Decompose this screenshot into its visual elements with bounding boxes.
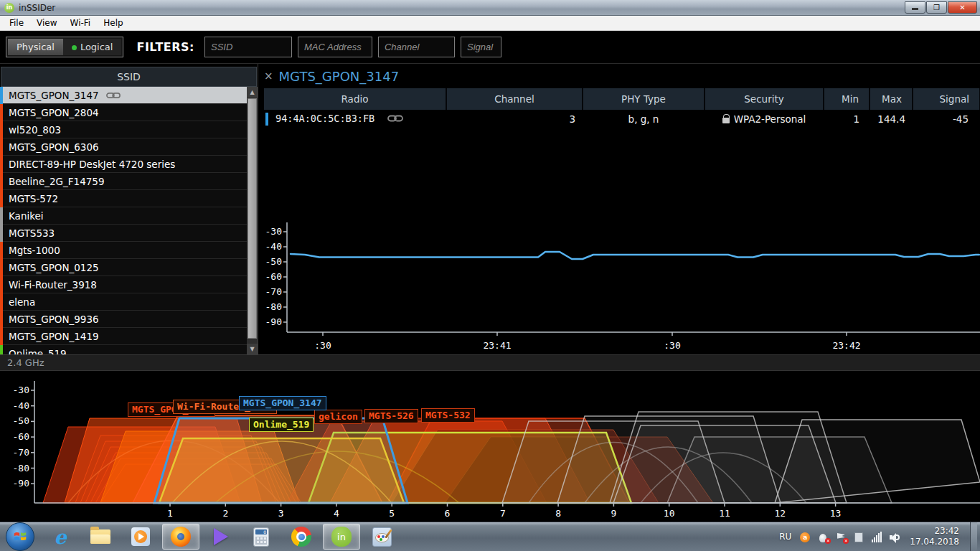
col-max[interactable]: Max — [870, 88, 913, 110]
ssid-row[interactable]: Kanikei — [0, 207, 247, 225]
ssid-row[interactable]: MGTS_GPON_9936 — [0, 311, 247, 328]
taskbar-kmplayer[interactable] — [202, 524, 240, 550]
network-name: MGTS_GPON_1419 — [9, 331, 99, 342]
col-channel[interactable]: Channel — [446, 88, 583, 110]
ssid-row[interactable]: MGTS_GPON_6306 — [0, 138, 247, 156]
volume-icon[interactable] — [889, 531, 900, 542]
firefox-icon — [171, 527, 191, 547]
network-name: MGTS_GPON_0125 — [9, 262, 99, 273]
list-scrollbar[interactable]: ▲ ▼ — [247, 87, 258, 354]
menu-view[interactable]: View — [30, 17, 63, 29]
start-button[interactable] — [6, 522, 34, 551]
col-security[interactable]: Security — [705, 88, 824, 110]
kmplayer-icon — [214, 528, 228, 545]
ssid-row[interactable]: wl520_803 — [0, 121, 247, 138]
ssid-row[interactable]: MGTS_GPON_0125 — [0, 259, 247, 276]
ssid-filter-input[interactable] — [204, 37, 292, 57]
ssid-row[interactable]: elena — [0, 293, 247, 311]
channel-network-label[interactable]: MGTS-532 — [421, 408, 475, 423]
svg-text:3: 3 — [278, 508, 284, 519]
title-bar[interactable]: in inSSIDer ❐ ✕ — [0, 0, 980, 16]
language-indicator[interactable]: RU — [779, 532, 791, 542]
green-dot-icon — [72, 45, 77, 50]
action-center-flag-icon[interactable]: ✕ — [835, 531, 847, 542]
channel-filter-input[interactable] — [378, 37, 455, 57]
channel-network-label[interactable]: MGTS_GPON_3147 — [239, 396, 326, 410]
scroll-down-icon[interactable]: ▼ — [247, 344, 258, 354]
ssid-row[interactable]: Beeline_2G_F14759 — [0, 173, 247, 190]
clipboard-tray-icon[interactable] — [853, 531, 864, 542]
network-color-bar — [0, 190, 3, 207]
mac-filter-input[interactable] — [298, 37, 372, 57]
network-color-bar — [0, 293, 3, 311]
svg-text:6: 6 — [445, 508, 451, 519]
network-color-bar — [0, 207, 3, 225]
network-color-bar — [0, 328, 3, 345]
taskbar-media-player[interactable] — [122, 524, 159, 550]
svg-text:5: 5 — [389, 508, 395, 519]
detail-close-icon[interactable]: × — [264, 70, 273, 83]
network-signal-icon[interactable] — [871, 531, 882, 542]
scroll-up-icon[interactable]: ▲ — [247, 87, 258, 98]
ssid-row[interactable]: MGTS_GPON_1419 — [0, 328, 247, 345]
toggle-logical[interactable]: Logical — [63, 39, 122, 55]
network-name: wl520_803 — [9, 124, 61, 136]
svg-text:-70: -70 — [13, 447, 29, 458]
ssid-row[interactable]: DIRECT-89-HP DeskJet 4720 series — [0, 156, 247, 173]
col-min[interactable]: Min — [824, 88, 870, 110]
paint-icon — [372, 527, 392, 547]
restore-button[interactable]: ❐ — [926, 1, 947, 14]
close-button[interactable]: ✕ — [948, 1, 977, 14]
svg-text:4: 4 — [334, 508, 339, 519]
col-signal[interactable]: Signal — [913, 88, 980, 110]
menu-file[interactable]: File — [3, 17, 30, 29]
svg-text:8: 8 — [555, 508, 561, 519]
ssid-row[interactable]: MGTS_GPON_2804 — [0, 104, 247, 121]
toggle-physical[interactable]: Physical — [8, 39, 63, 55]
svg-text:7: 7 — [500, 508, 506, 519]
table-row[interactable]: 94:4A:0C:5C:B3:FB 3 b, g, n WPA2-Persona… — [264, 110, 980, 128]
bulb-tray-icon[interactable]: ✕ — [817, 531, 829, 542]
avast-tray-icon[interactable]: a — [799, 531, 811, 542]
scrollbar-thumb[interactable] — [248, 98, 257, 339]
cell-min: 1 — [824, 110, 870, 128]
folder-icon — [90, 529, 110, 544]
ssid-row[interactable]: Mgts-1000 — [0, 242, 247, 259]
taskbar-internet-explorer[interactable]: e — [42, 524, 79, 550]
ssid-row[interactable]: Wi-Fi-Router_3918 — [0, 276, 247, 293]
svg-text:11: 11 — [719, 508, 730, 519]
taskbar-inssider[interactable]: in — [323, 524, 360, 550]
network-color-bar — [0, 121, 3, 138]
taskbar-calculator[interactable]: 0 — [242, 524, 280, 550]
channel-network-label[interactable]: Onlime_519 — [249, 418, 314, 432]
clock[interactable]: 23:42 17.04.2018 — [910, 526, 959, 547]
network-table: Radio Channel PHY Type Security Min Max … — [264, 88, 980, 128]
system-tray: RU a ✕ ✕ 23:42 17.04.2018 — [779, 522, 980, 551]
col-phy[interactable]: PHY Type — [583, 88, 705, 110]
network-name: MGTS_GPON_6306 — [9, 141, 99, 153]
ssid-row[interactable]: MGTS-572 — [0, 190, 247, 207]
network-name: Onlime_519 — [9, 348, 67, 355]
menu-help[interactable]: Help — [97, 17, 129, 29]
taskbar-chrome[interactable] — [283, 524, 320, 550]
ssid-list-header[interactable]: SSID — [1, 67, 257, 87]
signal-filter-input[interactable] — [461, 37, 501, 57]
taskbar-windows-explorer[interactable] — [82, 524, 119, 550]
link-icon — [387, 115, 403, 122]
show-desktop-button[interactable] — [970, 522, 977, 551]
network-name: DIRECT-89-HP DeskJet 4720 series — [9, 159, 175, 170]
ssid-row[interactable]: Onlime_519 — [0, 345, 247, 354]
ssid-row[interactable]: MGTS_GPON_3147 — [0, 87, 247, 104]
channel-network-label[interactable]: MGTS-526 — [364, 409, 418, 423]
svg-text:-30: -30 — [13, 385, 29, 395]
menu-wifi[interactable]: Wi-Fi — [64, 17, 98, 29]
network-color-bar — [0, 242, 3, 259]
taskbar-firefox[interactable] — [162, 524, 199, 550]
taskbar-paint[interactable] — [363, 524, 400, 550]
ssid-list: MGTS_GPON_3147MGTS_GPON_2804wl520_803MGT… — [0, 87, 247, 354]
ssid-row[interactable]: MGTS533 — [0, 225, 247, 242]
svg-text:9: 9 — [611, 508, 616, 519]
minimize-button[interactable] — [905, 1, 925, 14]
col-radio[interactable]: Radio — [264, 88, 446, 110]
channel-network-label[interactable]: gelicon — [314, 410, 362, 424]
